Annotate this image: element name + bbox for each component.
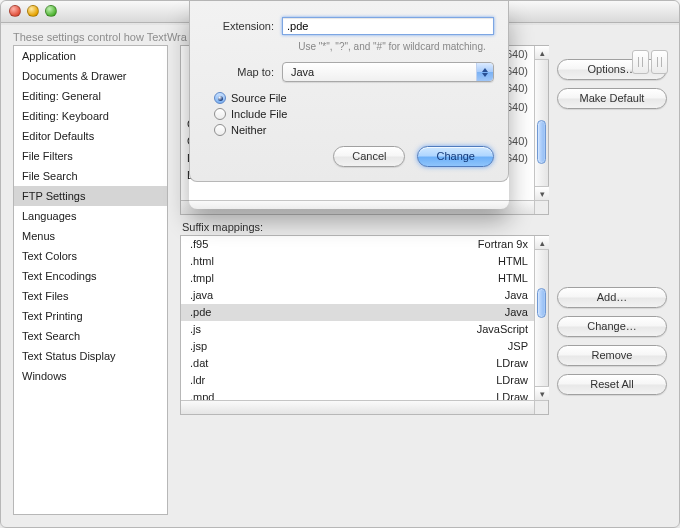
preferences-window: TextWrangler Preferences These settings … <box>0 0 680 528</box>
suffix-ext: .ldr <box>187 373 448 388</box>
suffix-row[interactable]: .jspJSP <box>181 338 534 355</box>
suffix-mappings-list[interactable]: .f95Fortran 9x.htmlHTML.tmplHTML.javaJav… <box>180 235 549 415</box>
radio-label: Neither <box>231 124 266 136</box>
sidebar-item[interactable]: Editing: Keyboard <box>14 106 167 126</box>
scroll-up-icon[interactable]: ▴ <box>535 236 549 250</box>
sidebar-item[interactable]: Text Files <box>14 286 167 306</box>
suffix-lang: JavaScript <box>448 322 528 337</box>
minimize-icon[interactable] <box>27 5 39 17</box>
map-to-popup[interactable]: Java <box>282 62 494 82</box>
scroll-corner <box>534 200 548 214</box>
remove-button[interactable]: Remove <box>557 345 667 366</box>
file-type-radio[interactable]: Neither <box>214 124 494 136</box>
scroll-down-icon[interactable]: ▾ <box>535 386 549 400</box>
file-type-radio[interactable]: Source File <box>214 92 494 104</box>
zoom-icon[interactable] <box>45 5 57 17</box>
suffix-lang: Java <box>448 288 528 303</box>
languages-vscrollbar[interactable]: ▴ ▾ <box>534 46 548 200</box>
sidebar-item[interactable]: Editor Defaults <box>14 126 167 146</box>
suffix-lang: LDraw <box>448 356 528 371</box>
scroll-up-icon[interactable]: ▴ <box>535 46 549 60</box>
radio-icon <box>214 92 226 104</box>
popup-arrows-icon <box>476 63 493 81</box>
close-icon[interactable] <box>9 5 21 17</box>
sidebar-item[interactable]: Documents & Drawer <box>14 66 167 86</box>
reset-all-button[interactable]: Reset All <box>557 374 667 395</box>
suffix-lang: HTML <box>448 271 528 286</box>
change-button[interactable]: Change… <box>557 316 667 337</box>
suffix-ext: .f95 <box>187 237 448 252</box>
sidebar-item[interactable]: Windows <box>14 366 167 386</box>
suffix-lang: HTML <box>448 254 528 269</box>
scroll-down-icon[interactable]: ▾ <box>535 186 549 200</box>
wildcard-hint: Use "*", "?", and "#" for wildcard match… <box>290 41 494 52</box>
suffix-row[interactable]: .javaJava <box>181 287 534 304</box>
sidebar-item[interactable]: Text Encodings <box>14 266 167 286</box>
sidebar-item[interactable]: File Search <box>14 166 167 186</box>
suffix-ext: .java <box>187 288 448 303</box>
suffix-row[interactable]: .htmlHTML <box>181 253 534 270</box>
radio-label: Include File <box>231 108 287 120</box>
suffix-section-label: Suffix mappings: <box>182 221 549 233</box>
suffix-vscrollbar[interactable]: ▴ ▾ <box>534 236 548 400</box>
drawer-toggle-left-icon[interactable] <box>632 50 649 74</box>
suffix-hscrollbar[interactable] <box>181 400 534 414</box>
drawer-toggle-right-icon[interactable] <box>651 50 668 74</box>
languages-vscroll-thumb[interactable] <box>537 120 546 164</box>
suffix-row[interactable]: .jsJavaScript <box>181 321 534 338</box>
sheet-change-button[interactable]: Change <box>417 146 494 167</box>
suffix-ext: .pde <box>187 305 448 320</box>
sidebar-item[interactable]: File Filters <box>14 146 167 166</box>
map-to-value: Java <box>291 66 314 78</box>
suffix-vscroll-thumb[interactable] <box>537 288 546 318</box>
category-list[interactable]: ApplicationDocuments & DrawerEditing: Ge… <box>13 45 168 515</box>
languages-hscrollbar[interactable] <box>181 200 534 214</box>
suffix-ext: .js <box>187 322 448 337</box>
suffix-row[interactable]: .ldrLDraw <box>181 372 534 389</box>
sidebar-item[interactable]: Text Colors <box>14 246 167 266</box>
extension-input[interactable] <box>282 17 494 35</box>
sidebar-item[interactable]: Text Printing <box>14 306 167 326</box>
extension-label: Extension: <box>204 20 282 32</box>
add-button[interactable]: Add… <box>557 287 667 308</box>
sidebar-item[interactable]: Languages <box>14 206 167 226</box>
radio-label: Source File <box>231 92 287 104</box>
radio-icon <box>214 108 226 120</box>
suffix-row[interactable]: .pdeJava <box>181 304 534 321</box>
suffix-lang: Fortran 9x <box>448 237 528 252</box>
sidebar-item[interactable]: Editing: General <box>14 86 167 106</box>
scroll-corner <box>534 400 548 414</box>
map-to-label: Map to: <box>204 66 282 78</box>
make-default-button[interactable]: Make Default <box>557 88 667 109</box>
suffix-ext: .html <box>187 254 448 269</box>
suffix-lang: JSP <box>448 339 528 354</box>
suffix-ext: .mpd <box>187 390 448 400</box>
suffix-ext: .dat <box>187 356 448 371</box>
suffix-lang: LDraw <box>448 373 528 388</box>
suffix-lang: LDraw <box>448 390 528 400</box>
suffix-mapping-sheet: Extension: Use "*", "?", and "#" for wil… <box>189 1 509 182</box>
sidebar-item[interactable]: Application <box>14 46 167 66</box>
file-type-radio[interactable]: Include File <box>214 108 494 120</box>
sidebar-item[interactable]: FTP Settings <box>14 186 167 206</box>
sidebar-item[interactable]: Menus <box>14 226 167 246</box>
radio-icon <box>214 124 226 136</box>
suffix-row[interactable]: .tmplHTML <box>181 270 534 287</box>
suffix-lang: Java <box>448 305 528 320</box>
sidebar-item[interactable]: Text Search <box>14 326 167 346</box>
suffix-row[interactable]: .f95Fortran 9x <box>181 236 534 253</box>
suffix-ext: .tmpl <box>187 271 448 286</box>
sheet-cancel-button[interactable]: Cancel <box>333 146 405 167</box>
sidebar-item[interactable]: Text Status Display <box>14 346 167 366</box>
suffix-ext: .jsp <box>187 339 448 354</box>
suffix-row[interactable]: .datLDraw <box>181 355 534 372</box>
suffix-row[interactable]: .mpdLDraw <box>181 389 534 400</box>
